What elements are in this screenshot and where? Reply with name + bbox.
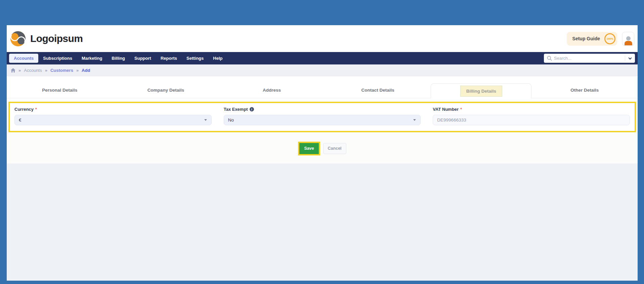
save-button-highlight-box: Save [298, 142, 320, 155]
required-marker: * [35, 107, 37, 112]
global-search [544, 54, 635, 63]
home-icon[interactable] [11, 68, 15, 73]
vat-number-label: VAT Number [433, 107, 459, 112]
billing-form-row: Currency* € Tax Exempt i No [10, 103, 635, 131]
tax-exempt-select[interactable]: No [224, 115, 421, 125]
vat-number-field-group: VAT Number* [433, 107, 630, 125]
app-header: Logoipsum Setup Guide 100% [7, 25, 638, 52]
nav-item-subscriptions[interactable]: Subscriptions [38, 54, 77, 63]
header-right-cluster: Setup Guide 100% [567, 32, 634, 46]
currency-select[interactable]: € [14, 115, 212, 125]
breadcrumb-separator: » [76, 68, 79, 73]
brand-logo[interactable]: Logoipsum [10, 31, 83, 47]
breadcrumb-separator: » [18, 68, 21, 73]
vat-number-input[interactable] [433, 115, 630, 125]
nav-item-marketing[interactable]: Marketing [77, 54, 107, 63]
tax-exempt-selected-value: No [228, 117, 234, 123]
info-icon[interactable]: i [250, 107, 254, 111]
nav-item-settings[interactable]: Settings [182, 54, 208, 63]
currency-field-group: Currency* € [14, 107, 212, 125]
nav-item-reports[interactable]: Reports [156, 54, 182, 63]
breadcrumb: » Accounts » Customers » Add [7, 64, 638, 76]
form-actions: Save Cancel [7, 132, 638, 163]
tab-other-details[interactable]: Other Details [531, 76, 638, 98]
billing-form-highlight-box: Currency* € Tax Exempt i No [8, 102, 636, 132]
search-scope-dropdown[interactable] [625, 54, 635, 63]
nav-item-accounts[interactable]: Accounts [9, 54, 38, 63]
active-tab-highlight: Billing Details [460, 86, 502, 97]
tab-billing-details[interactable]: Billing Details [431, 83, 531, 98]
breadcrumb-add[interactable]: Add [82, 68, 90, 73]
cancel-button[interactable]: Cancel [323, 143, 346, 154]
app-window: Logoipsum Setup Guide 100% Accounts Subs… [7, 25, 638, 281]
search-input[interactable] [552, 56, 625, 61]
tax-exempt-label: Tax Exempt [224, 107, 248, 112]
tab-contact-details[interactable]: Contact Details [325, 76, 431, 98]
tab-address[interactable]: Address [219, 76, 325, 98]
breadcrumb-separator: » [45, 68, 47, 73]
brand-name: Logoipsum [30, 33, 83, 44]
setup-guide-label: Setup Guide [572, 36, 600, 41]
user-avatar[interactable] [622, 32, 634, 46]
logo-icon [10, 31, 26, 47]
breadcrumb-accounts[interactable]: Accounts [24, 68, 42, 73]
setup-guide-button[interactable]: Setup Guide 100% [567, 32, 617, 46]
tax-exempt-field-group: Tax Exempt i No [224, 107, 421, 125]
save-button[interactable]: Save [299, 143, 318, 154]
nav-item-help[interactable]: Help [208, 54, 227, 63]
avatar-person-icon [626, 36, 631, 41]
required-marker: * [460, 107, 462, 112]
currency-label: Currency [14, 107, 34, 112]
tab-company-details[interactable]: Company Details [113, 76, 219, 98]
select-caret-icon [413, 119, 416, 121]
form-tabs: Personal Details Company Details Address… [7, 76, 638, 98]
currency-selected-value: € [19, 117, 22, 123]
search-icon [547, 56, 552, 61]
tab-personal-details[interactable]: Personal Details [7, 76, 113, 98]
desktop-frame: { "colors": { "frame-blue": "#3471ad", "… [0, 0, 644, 284]
page-background [7, 163, 638, 281]
select-caret-icon [204, 119, 207, 121]
nav-item-support[interactable]: Support [130, 54, 156, 63]
breadcrumb-customers[interactable]: Customers [50, 68, 73, 73]
nav-item-billing[interactable]: Billing [107, 54, 130, 63]
main-nav: Accounts Subscriptions Marketing Billing… [7, 52, 638, 64]
chevron-down-icon [629, 56, 632, 59]
setup-progress-ring: 100% [604, 33, 615, 44]
